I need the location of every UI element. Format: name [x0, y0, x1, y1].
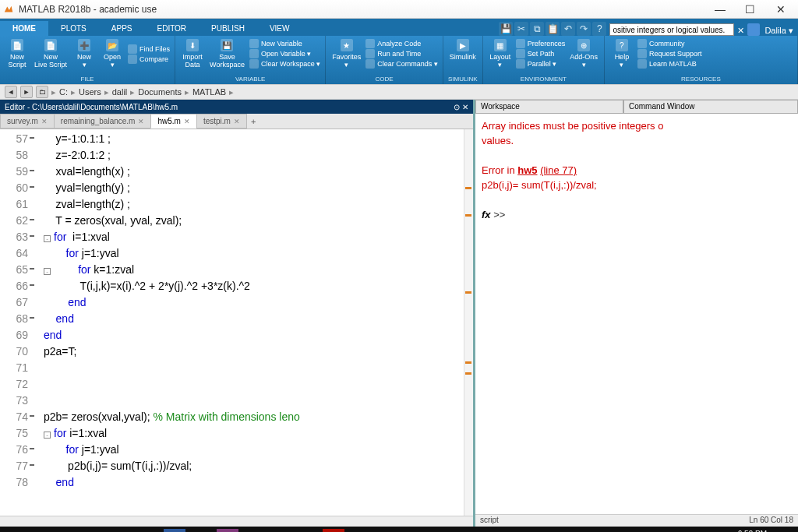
explorer-icon[interactable]: 🗀	[111, 529, 132, 533]
addons-button[interactable]: ⊕Add-Ons ▾	[568, 37, 599, 70]
error-line-link[interactable]: (line 77)	[540, 164, 577, 176]
current-folder-bar: ◄ ► 🗀 ▸ C:▸ Users▸ dalil▸ Documents▸ MAT…	[0, 84, 798, 100]
run-time-button[interactable]: Run and Time	[365, 49, 438, 58]
preferences-button[interactable]: Preferences	[516, 39, 566, 48]
error-message: values.	[482, 133, 792, 148]
path-segment[interactable]: dalil	[112, 87, 128, 97]
editor-pane: Editor - C:\Users\dalil\Documents\MATLAB…	[0, 100, 475, 527]
editor-tab[interactable]: testpi.m✕	[196, 114, 247, 129]
search-docs-input[interactable]	[609, 23, 734, 36]
learn-matlab-button[interactable]: Learn MATLAB	[637, 59, 702, 69]
new-live-script-button[interactable]: 📄New Live Script	[33, 37, 69, 70]
close-tab-icon[interactable]: ✕	[138, 118, 144, 125]
user-avatar-icon[interactable]	[747, 23, 760, 36]
path-segment[interactable]: MATLAB	[192, 87, 226, 97]
path-segment[interactable]: C:	[59, 87, 68, 97]
redo-icon[interactable]: ↷	[577, 22, 591, 36]
tray-battery-icon[interactable]: 🔋	[706, 529, 728, 533]
onenote-icon[interactable]: N	[217, 529, 238, 533]
command-window-header[interactable]: Command Window	[623, 100, 798, 114]
compare-button[interactable]: Compare	[128, 55, 170, 64]
code-editor[interactable]: 5758596061626364656667686970717273747576…	[0, 129, 473, 516]
taskbar-clock[interactable]: 6:59 PM2/15/2019	[733, 530, 768, 533]
maximize-button[interactable]: ☐	[736, 3, 764, 16]
find-files-button[interactable]: Find Files	[128, 44, 170, 54]
cut-icon[interactable]: ✂	[514, 22, 528, 36]
app-icon[interactable]: ☁	[84, 529, 106, 533]
windows-taskbar: ⊞ ▢ e ☁ 🗀 ✉ W ◑ N ◉ ● ▲ A ^ 📶 🔋 6:59 PM2…	[0, 527, 798, 532]
editor-dock-icon[interactable]: ⊙	[454, 103, 460, 111]
editor-close-icon[interactable]: ✕	[462, 103, 468, 111]
error-file-link[interactable]: hw5	[517, 164, 537, 176]
up-button[interactable]: 🗀	[36, 86, 48, 98]
copy-icon[interactable]: ⧉	[530, 22, 544, 36]
toolstrip-tabs: HOME PLOTS APPS EDITOR PUBLISH VIEW 💾 ✂ …	[0, 19, 798, 36]
new-script-button[interactable]: 📄New Script	[5, 37, 30, 70]
workspace-panel-header[interactable]: Workspace	[475, 100, 623, 114]
new-button[interactable]: ➕New ▾	[72, 37, 97, 70]
close-button[interactable]: ✕	[767, 3, 795, 16]
editor-tab[interactable]: survey.m✕	[0, 114, 55, 129]
back-button[interactable]: ◄	[5, 86, 17, 98]
layout-button[interactable]: ▦Layout ▾	[488, 37, 513, 70]
help-icon[interactable]: ?	[592, 22, 606, 36]
word-icon[interactable]: W	[164, 529, 185, 533]
matlab-icon[interactable]: ▲	[296, 529, 318, 533]
clear-commands-button[interactable]: Clear Commands ▾	[365, 59, 438, 69]
new-variable-button[interactable]: New Variable	[249, 39, 320, 48]
save-icon[interactable]: 💾	[499, 22, 513, 36]
forward-button[interactable]: ►	[20, 86, 33, 98]
editor-hscrollbar[interactable]	[0, 516, 473, 527]
minimize-button[interactable]: —	[706, 3, 734, 16]
close-tab-icon[interactable]: ✕	[184, 118, 190, 125]
analyze-code-button[interactable]: Analyze Code	[365, 39, 438, 48]
editor-tab[interactable]: remaining_balance.m✕	[54, 114, 152, 129]
tab-editor[interactable]: EDITOR	[144, 21, 199, 36]
chrome-icon[interactable]: ◉	[243, 529, 265, 533]
open-button[interactable]: 📂Open ▾	[100, 37, 125, 70]
tab-home[interactable]: HOME	[0, 21, 48, 36]
request-support-button[interactable]: Request Support	[637, 49, 702, 58]
error-location: Error in hw5 (line 77)	[482, 163, 792, 178]
open-variable-button[interactable]: Open Variable ▾	[249, 49, 320, 58]
close-tab-icon[interactable]: ✕	[234, 118, 240, 125]
community-button[interactable]: Community	[637, 39, 702, 48]
import-data-button[interactable]: ⬇Import Data	[180, 37, 205, 70]
command-prompt[interactable]: >>	[493, 209, 505, 220]
start-button[interactable]: ⊞	[5, 529, 26, 533]
tray-network-icon[interactable]: 📶	[680, 529, 701, 533]
acrobat-icon[interactable]: A	[323, 529, 344, 533]
fx-icon[interactable]: fx	[482, 209, 491, 220]
search-clear-icon[interactable]: ✕	[734, 26, 747, 36]
editor-scrollbar[interactable]	[464, 129, 473, 516]
set-path-button[interactable]: Set Path	[516, 49, 566, 58]
favorites-button[interactable]: ★Favorites ▾	[330, 37, 362, 70]
path-segment[interactable]: Users	[79, 87, 101, 97]
new-tab-button[interactable]: +	[246, 115, 260, 129]
save-workspace-button[interactable]: 💾Save Workspace	[208, 37, 246, 70]
clear-workspace-button[interactable]: Clear Workspace ▾	[249, 59, 320, 69]
tray-up-icon[interactable]: ^	[653, 529, 675, 533]
tab-view[interactable]: VIEW	[257, 21, 302, 36]
edge-icon[interactable]: e	[58, 529, 79, 533]
path-segment[interactable]: Documents	[138, 87, 182, 97]
tab-publish[interactable]: PUBLISH	[199, 21, 257, 36]
app-icon[interactable]: ◑	[190, 529, 212, 533]
help-button[interactable]: ?Help ▾	[609, 37, 634, 70]
editor-file-tabs: survey.m✕ remaining_balance.m✕ hw5.m✕ te…	[0, 114, 473, 129]
parallel-button[interactable]: Parallel ▾	[516, 59, 566, 69]
close-tab-icon[interactable]: ✕	[41, 118, 48, 125]
task-view-icon[interactable]: ▢	[31, 529, 53, 533]
user-menu[interactable]: Dalila ▾	[760, 26, 798, 36]
error-message: Array indices must be positive integers …	[482, 118, 792, 133]
tab-plots[interactable]: PLOTS	[48, 21, 99, 36]
spotify-icon[interactable]: ●	[270, 529, 291, 533]
command-window[interactable]: Array indices must be positive integers …	[475, 114, 798, 514]
simulink-button[interactable]: ▶Simulink	[448, 37, 478, 62]
mail-icon[interactable]: ✉	[137, 529, 159, 533]
undo-icon[interactable]: ↶	[561, 22, 575, 36]
paste-icon[interactable]: 📋	[546, 22, 560, 36]
notifications-icon[interactable]: 💬	[772, 529, 793, 533]
editor-tab[interactable]: hw5.m✕	[150, 114, 196, 129]
tab-apps[interactable]: APPS	[99, 21, 145, 36]
